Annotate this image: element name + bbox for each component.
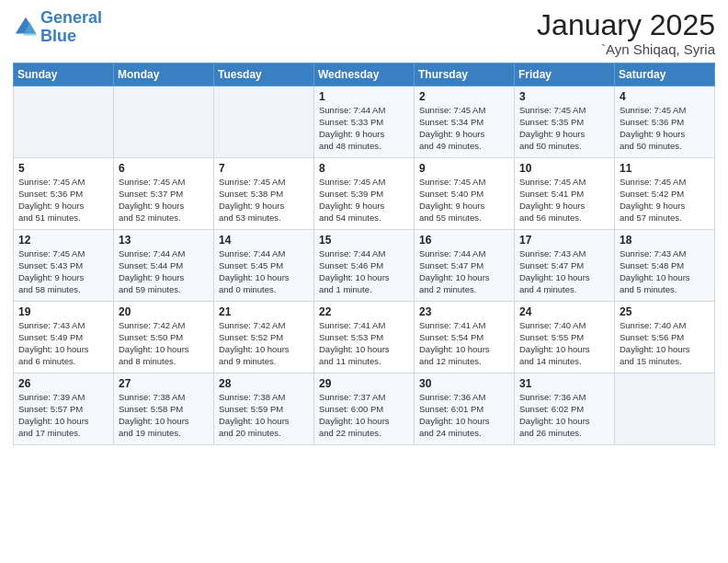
cell-data: Sunrise: 7:45 AMSunset: 5:35 PMDaylight:… [519, 105, 609, 152]
col-sunday: Sunday [14, 63, 114, 86]
calendar-subtitle: `Ayn Shiqaq, Syria [537, 41, 715, 57]
day-number: 27 [119, 377, 209, 390]
cell-data: Sunrise: 7:43 AMSunset: 5:49 PMDaylight:… [18, 320, 108, 367]
col-wednesday: Wednesday [314, 63, 415, 86]
calendar-cell [214, 86, 314, 158]
cell-data: Sunrise: 7:45 AMSunset: 5:34 PMDaylight:… [419, 105, 509, 152]
calendar-cell: 30Sunrise: 7:36 AMSunset: 6:01 PMDayligh… [415, 373, 515, 445]
cell-data: Sunrise: 7:45 AMSunset: 5:41 PMDaylight:… [519, 177, 609, 224]
logo-line1: General [40, 8, 102, 27]
cell-data: Sunrise: 7:45 AMSunset: 5:39 PMDaylight:… [319, 177, 409, 224]
calendar-cell: 4Sunrise: 7:45 AMSunset: 5:36 PMDaylight… [615, 86, 715, 158]
day-number: 26 [18, 377, 108, 390]
cell-data: Sunrise: 7:44 AMSunset: 5:47 PMDaylight:… [419, 248, 509, 295]
calendar-cell: 10Sunrise: 7:45 AMSunset: 5:41 PMDayligh… [515, 158, 615, 230]
calendar-cell: 1Sunrise: 7:44 AMSunset: 5:33 PMDaylight… [314, 86, 415, 158]
calendar-title: January 2025 [537, 9, 715, 41]
calendar-cell [14, 86, 114, 158]
calendar-cell: 24Sunrise: 7:40 AMSunset: 5:55 PMDayligh… [515, 302, 615, 373]
calendar-cell: 13Sunrise: 7:44 AMSunset: 5:44 PMDayligh… [114, 230, 214, 302]
calendar-week-row: 5Sunrise: 7:45 AMSunset: 5:36 PMDaylight… [14, 158, 715, 230]
col-saturday: Saturday [615, 63, 715, 86]
calendar-cell: 20Sunrise: 7:42 AMSunset: 5:50 PMDayligh… [114, 302, 214, 373]
cell-data: Sunrise: 7:41 AMSunset: 5:53 PMDaylight:… [319, 320, 409, 367]
cell-data: Sunrise: 7:36 AMSunset: 6:01 PMDaylight:… [419, 392, 509, 439]
day-number: 3 [519, 90, 609, 103]
cell-data: Sunrise: 7:42 AMSunset: 5:50 PMDaylight:… [119, 320, 209, 367]
day-number: 10 [519, 162, 609, 175]
cell-data: Sunrise: 7:38 AMSunset: 5:59 PMDaylight:… [219, 392, 309, 439]
calendar-cell: 27Sunrise: 7:38 AMSunset: 5:58 PMDayligh… [114, 373, 214, 445]
cell-data: Sunrise: 7:45 AMSunset: 5:42 PMDaylight:… [620, 177, 710, 224]
day-number: 1 [319, 90, 409, 103]
day-number: 6 [119, 162, 209, 175]
cell-data: Sunrise: 7:45 AMSunset: 5:38 PMDaylight:… [219, 177, 309, 224]
day-number: 15 [319, 234, 409, 247]
day-number: 2 [419, 90, 509, 103]
cell-data: Sunrise: 7:44 AMSunset: 5:44 PMDaylight:… [119, 248, 209, 295]
calendar-cell: 26Sunrise: 7:39 AMSunset: 5:57 PMDayligh… [14, 373, 114, 445]
day-number: 12 [18, 234, 108, 247]
calendar-cell: 6Sunrise: 7:45 AMSunset: 5:37 PMDaylight… [114, 158, 214, 230]
cell-data: Sunrise: 7:44 AMSunset: 5:46 PMDaylight:… [319, 248, 409, 295]
cell-data: Sunrise: 7:43 AMSunset: 5:47 PMDaylight:… [519, 248, 609, 295]
calendar-cell: 2Sunrise: 7:45 AMSunset: 5:34 PMDaylight… [415, 86, 515, 158]
day-number: 30 [419, 377, 509, 390]
cell-data: Sunrise: 7:41 AMSunset: 5:54 PMDaylight:… [419, 320, 509, 367]
calendar-cell: 8Sunrise: 7:45 AMSunset: 5:39 PMDaylight… [314, 158, 415, 230]
logo-line2: Blue [40, 27, 76, 45]
cell-data: Sunrise: 7:37 AMSunset: 6:00 PMDaylight:… [319, 392, 409, 439]
cell-data: Sunrise: 7:45 AMSunset: 5:36 PMDaylight:… [18, 177, 108, 224]
day-number: 31 [519, 377, 609, 390]
calendar-cell: 12Sunrise: 7:45 AMSunset: 5:43 PMDayligh… [14, 230, 114, 302]
calendar-cell: 29Sunrise: 7:37 AMSunset: 6:00 PMDayligh… [314, 373, 415, 445]
calendar-week-row: 26Sunrise: 7:39 AMSunset: 5:57 PMDayligh… [14, 373, 715, 445]
header: General Blue January 2025 `Ayn Shiqaq, S… [13, 9, 715, 57]
calendar-cell [615, 373, 715, 445]
calendar-cell: 7Sunrise: 7:45 AMSunset: 5:38 PMDaylight… [214, 158, 314, 230]
cell-data: Sunrise: 7:44 AMSunset: 5:33 PMDaylight:… [319, 105, 409, 152]
calendar-cell: 21Sunrise: 7:42 AMSunset: 5:52 PMDayligh… [214, 302, 314, 373]
calendar-cell: 31Sunrise: 7:36 AMSunset: 6:02 PMDayligh… [515, 373, 615, 445]
day-number: 20 [119, 305, 209, 318]
calendar-cell: 19Sunrise: 7:43 AMSunset: 5:49 PMDayligh… [14, 302, 114, 373]
cell-data: Sunrise: 7:42 AMSunset: 5:52 PMDaylight:… [219, 320, 309, 367]
col-tuesday: Tuesday [214, 63, 314, 86]
cell-data: Sunrise: 7:45 AMSunset: 5:36 PMDaylight:… [620, 105, 710, 152]
logo: General Blue [13, 9, 102, 46]
cell-data: Sunrise: 7:45 AMSunset: 5:40 PMDaylight:… [419, 177, 509, 224]
day-number: 28 [219, 377, 309, 390]
cell-data: Sunrise: 7:44 AMSunset: 5:45 PMDaylight:… [219, 248, 309, 295]
day-number: 17 [519, 234, 609, 247]
calendar-week-row: 1Sunrise: 7:44 AMSunset: 5:33 PMDaylight… [14, 86, 715, 158]
cell-data: Sunrise: 7:45 AMSunset: 5:37 PMDaylight:… [119, 177, 209, 224]
calendar-week-row: 19Sunrise: 7:43 AMSunset: 5:49 PMDayligh… [14, 302, 715, 373]
cell-data: Sunrise: 7:43 AMSunset: 5:48 PMDaylight:… [620, 248, 710, 295]
col-thursday: Thursday [415, 63, 515, 86]
calendar-cell: 14Sunrise: 7:44 AMSunset: 5:45 PMDayligh… [214, 230, 314, 302]
day-number: 8 [319, 162, 409, 175]
day-number: 9 [419, 162, 509, 175]
calendar-table: Sunday Monday Tuesday Wednesday Thursday… [13, 63, 715, 445]
day-number: 25 [620, 305, 710, 318]
calendar-cell: 18Sunrise: 7:43 AMSunset: 5:48 PMDayligh… [615, 230, 715, 302]
calendar-week-row: 12Sunrise: 7:45 AMSunset: 5:43 PMDayligh… [14, 230, 715, 302]
calendar-cell: 22Sunrise: 7:41 AMSunset: 5:53 PMDayligh… [314, 302, 415, 373]
day-number: 5 [18, 162, 108, 175]
logo-text: General Blue [40, 9, 102, 46]
main-container: General Blue January 2025 `Ayn Shiqaq, S… [0, 0, 728, 454]
calendar-cell: 17Sunrise: 7:43 AMSunset: 5:47 PMDayligh… [515, 230, 615, 302]
logo-icon [13, 15, 39, 40]
calendar-cell: 23Sunrise: 7:41 AMSunset: 5:54 PMDayligh… [415, 302, 515, 373]
calendar-cell [114, 86, 214, 158]
day-number: 19 [18, 305, 108, 318]
col-monday: Monday [114, 63, 214, 86]
day-number: 22 [319, 305, 409, 318]
day-number: 11 [620, 162, 710, 175]
calendar-cell: 16Sunrise: 7:44 AMSunset: 5:47 PMDayligh… [415, 230, 515, 302]
calendar-cell: 15Sunrise: 7:44 AMSunset: 5:46 PMDayligh… [314, 230, 415, 302]
title-block: January 2025 `Ayn Shiqaq, Syria [537, 9, 715, 57]
calendar-cell: 25Sunrise: 7:40 AMSunset: 5:56 PMDayligh… [615, 302, 715, 373]
day-number: 18 [620, 234, 710, 247]
calendar-cell: 9Sunrise: 7:45 AMSunset: 5:40 PMDaylight… [415, 158, 515, 230]
